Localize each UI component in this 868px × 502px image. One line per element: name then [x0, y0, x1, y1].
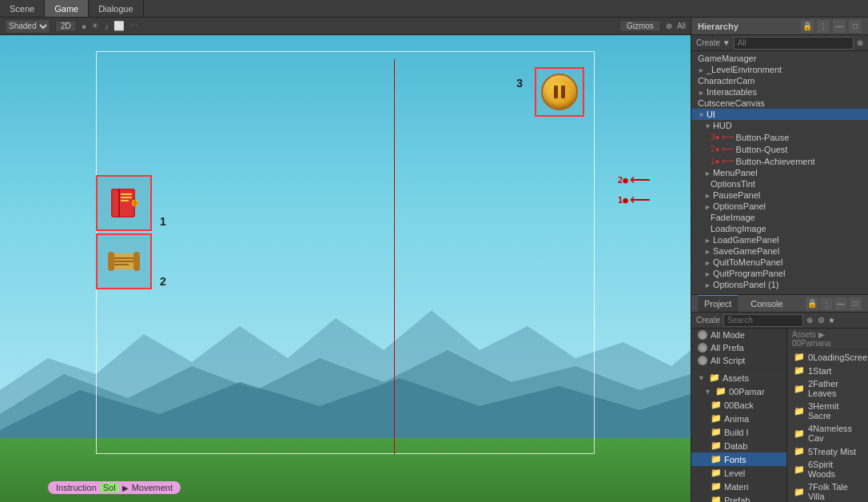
hier-item-quittomenupanel[interactable]: ►QuitToMenuPanel — [691, 257, 868, 268]
filter-all-prefa[interactable]: ◎ All Prefa — [691, 341, 786, 354]
hier-item-pausepanel[interactable]: ►PausePanel — [691, 189, 868, 201]
hier-item-gamemanager[interactable]: GameManager — [691, 53, 868, 64]
00pamar-folder-icon: 📁 — [715, 386, 727, 396]
tab-project[interactable]: Project — [698, 295, 738, 312]
assets-datab[interactable]: 📁 Datab — [691, 439, 786, 452]
svg-rect-13 — [133, 252, 140, 271]
project-content: ◎ All Mode ◎ All Prefa ◎ All Script — [691, 329, 868, 502]
bottom-menu-btn[interactable]: ⋮ — [820, 297, 833, 310]
annotation-1: 1● — [618, 195, 628, 205]
pause-icon[interactable] — [541, 74, 578, 110]
item-box-2 — [96, 233, 152, 289]
anima-icon: 📁 — [711, 413, 722, 424]
hierarchy-minimize-btn[interactable]: — — [833, 20, 846, 33]
filter-all-mode[interactable]: ◎ All Mode — [691, 329, 786, 341]
assets-materi[interactable]: 📁 Materi — [691, 480, 786, 493]
assets-root[interactable]: ▼ 📁 Assets — [691, 371, 786, 384]
asset-0loading[interactable]: 📁 0LoadingScree — [787, 350, 868, 364]
hier-item-charcam[interactable]: CharacterCam — [691, 75, 868, 86]
hier-item-btn-achievement[interactable]: 1●⟵ Button-Achievement — [691, 155, 868, 167]
project-right-panel: Assets ▶ 00Pamana 📁 0LoadingScree 📁 1Sta… — [787, 329, 868, 502]
fonts-icon: 📁 — [711, 454, 722, 464]
asset-3hermit[interactable]: 📁 3Hermit Sacre — [787, 400, 868, 422]
filter-divider — [691, 369, 786, 369]
assets-level[interactable]: 📁 Level — [691, 466, 786, 480]
assets-build[interactable]: 📁 Build I — [691, 425, 786, 439]
hier-item-interactables[interactable]: ►Interactables — [691, 86, 868, 98]
hier-item-optionspanel1[interactable]: ►OptionsPanel (1) — [691, 279, 868, 290]
scroll-icon — [103, 247, 145, 276]
asset-1start[interactable]: 📁 1Start — [787, 364, 868, 377]
tab-game[interactable]: Game — [45, 0, 89, 17]
shading-select[interactable]: Shaded — [5, 19, 50, 34]
prefab-icon: 📁 — [711, 495, 722, 502]
hier-item-levelenv[interactable]: ►_LevelEnvironment — [691, 64, 868, 75]
hier-item-menupanel[interactable]: ►MenuPanel — [691, 167, 868, 178]
pause-bars — [554, 86, 565, 98]
hier-item-ui[interactable]: ▼UI — [691, 109, 868, 120]
asset-folder-icon-1: 📁 — [794, 365, 805, 376]
assets-prefab[interactable]: 📁 Prefab — [691, 493, 786, 502]
bottom-right-panel: Project Console 🔒 ⋮ — □ Create ⊕ ⚙ ★ — [691, 294, 868, 502]
game-viewport: 1 2 — [0, 35, 691, 502]
assets-folder-icon: 📁 — [709, 373, 720, 383]
project-search[interactable] — [723, 314, 803, 327]
materi-icon: 📁 — [711, 481, 722, 492]
pause-button-box — [535, 67, 584, 117]
assets-00pamar[interactable]: ▼ 📁 00Pamar — [691, 384, 786, 398]
top-tabs-bar: Scene Game Dialogue — [0, 0, 868, 18]
svg-rect-12 — [108, 252, 114, 271]
hier-item-cutscene[interactable]: CutsceneCanvas — [691, 98, 868, 109]
bottom-lock-btn[interactable]: 🔒 — [806, 297, 818, 310]
hier-item-hud[interactable]: ▼HUD — [691, 120, 868, 131]
asset-folder-icon-4: 📁 — [794, 428, 805, 439]
hierarchy-menu-btn[interactable]: ⋮ — [817, 20, 830, 33]
hierarchy-maximize-btn[interactable]: □ — [849, 20, 862, 33]
gizmos-button[interactable]: Gizmos — [619, 20, 661, 32]
hierarchy-search[interactable] — [734, 37, 854, 50]
annotation-1-area: 1● ⟵ — [618, 191, 651, 209]
item-label-2: 2 — [160, 275, 166, 288]
hier-item-optionstint[interactable]: OptionsTint — [691, 178, 868, 189]
hierarchy-lock-btn[interactable]: 🔒 — [801, 20, 814, 33]
2d-button[interactable]: 2D — [55, 20, 77, 32]
item-box-1 — [96, 175, 152, 231]
00back-icon: 📁 — [711, 400, 722, 410]
hier-item-btn-pause[interactable]: 3●⟵ Button-Pause — [691, 131, 868, 143]
hier-item-loadingimage[interactable]: LoadingImage — [691, 223, 868, 234]
filter-script-icon: ◎ — [698, 356, 707, 365]
asset-6spirit[interactable]: 📁 6Spirit Woods — [787, 458, 868, 480]
bottom-maximize-btn[interactable]: □ — [849, 297, 862, 310]
asset-7folk[interactable]: 📁 7Folk Tale Villa — [787, 480, 868, 502]
asset-5treaty[interactable]: 📁 5Treaty Mist — [787, 444, 868, 458]
hier-item-optionspanel[interactable]: ►OptionsPanel — [691, 201, 868, 212]
pause-bar-left — [554, 86, 558, 98]
filter-all-script[interactable]: ◎ All Script — [691, 354, 786, 367]
filter-prefa-icon: ◎ — [698, 343, 707, 353]
datab-icon: 📁 — [711, 440, 722, 451]
assets-anima[interactable]: 📁 Anima — [691, 412, 786, 425]
level-area — [96, 51, 595, 454]
tab-scene[interactable]: Scene — [0, 0, 45, 17]
project-create-label: Create — [696, 316, 720, 325]
tab-dialogue[interactable]: Dialogue — [89, 0, 143, 17]
asset-2father[interactable]: 📁 2Father Leaves — [787, 377, 868, 400]
hier-item-loadgamepanel[interactable]: ►LoadGamePanel — [691, 234, 868, 245]
scene-toolbar: Shaded 2D ● ☀ ♪ ⬜ ⋯ Gizmos ⊕ All — [0, 18, 691, 35]
asset-4nameless[interactable]: 📁 4Nameless Cav — [787, 422, 868, 444]
hier-item-fadeimage[interactable]: FadeImage — [691, 212, 868, 223]
asset-folder-icon-5: 📁 — [794, 446, 805, 456]
assets-00back[interactable]: 📁 00Back — [691, 398, 786, 412]
hierarchy-toolbar: Create ▼ ⊕ — [691, 35, 868, 51]
project-settings-icon: ⚙ — [818, 316, 825, 325]
hier-item-savegamepanel[interactable]: ►SaveGamePanel — [691, 245, 868, 257]
hier-item-btn-quest[interactable]: 2●⟵ Button-Quest — [691, 143, 868, 155]
tab-console[interactable]: Console — [744, 295, 789, 312]
asset-folder-icon-3: 📁 — [794, 406, 805, 416]
assets-fonts[interactable]: 📁 Fonts — [691, 452, 786, 466]
bottom-minimize-btn[interactable]: — — [834, 297, 847, 310]
vertical-red-line — [394, 59, 395, 454]
hier-item-quitprogrampanel[interactable]: ►QuitProgramPanel — [691, 268, 868, 279]
project-left-panel: ◎ All Mode ◎ All Prefa ◎ All Script — [691, 329, 787, 502]
pause-bar-right — [561, 86, 565, 98]
